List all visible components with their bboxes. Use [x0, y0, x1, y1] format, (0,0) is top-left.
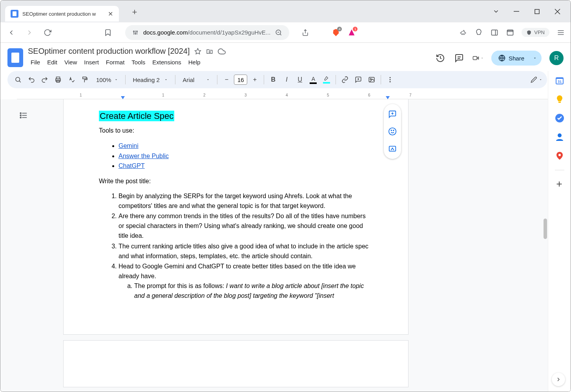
- vpn-button[interactable]: VPN: [522, 28, 549, 37]
- share-dropdown-button[interactable]: [531, 52, 542, 64]
- text-color-button[interactable]: A: [307, 74, 319, 86]
- steps-list[interactable]: Begin by analyzing the SERPs for the tar…: [119, 191, 373, 301]
- menu-format[interactable]: Format: [103, 57, 128, 67]
- add-emoji-button[interactable]: [386, 125, 399, 138]
- more-options-button[interactable]: [384, 74, 396, 86]
- scrollbar-thumb[interactable]: [544, 219, 547, 239]
- menu-file[interactable]: File: [28, 57, 43, 67]
- font-size-input[interactable]: [234, 75, 247, 85]
- extensions-button[interactable]: [459, 28, 467, 37]
- list-item[interactable]: Are there any common trends in the title…: [119, 211, 373, 241]
- get-addons-button[interactable]: [555, 180, 564, 189]
- list-item[interactable]: Answer the Public: [119, 151, 373, 161]
- url-input[interactable]: docs.google.com/document/d/1yapSx29guHvE…: [125, 25, 289, 40]
- menu-extensions[interactable]: Extensions: [150, 57, 184, 67]
- style-dropdown[interactable]: Heading 2: [129, 77, 172, 83]
- link-answer-the-public[interactable]: Answer the Public: [119, 153, 169, 159]
- forward-button[interactable]: [24, 27, 35, 38]
- browser-tab[interactable]: SEOptimer content production w ✕: [5, 6, 119, 22]
- document-page[interactable]: Create Article Spec Tools to use: Gemini…: [63, 99, 409, 335]
- list-item[interactable]: The current ranking article titles also …: [119, 242, 373, 261]
- site-settings-icon[interactable]: [132, 29, 139, 36]
- meet-button[interactable]: [472, 53, 483, 64]
- paint-format-button[interactable]: [79, 74, 91, 86]
- spellcheck-button[interactable]: [66, 74, 77, 86]
- italic-button[interactable]: I: [281, 74, 292, 86]
- brave-rewards-icon[interactable]: 1: [347, 28, 356, 37]
- comments-button[interactable]: [454, 53, 465, 64]
- move-button[interactable]: [206, 48, 213, 55]
- minimize-button[interactable]: [512, 7, 521, 16]
- bookmark-button[interactable]: [102, 27, 113, 38]
- maps-app-icon[interactable]: [555, 151, 564, 160]
- calendar-app-icon[interactable]: 31: [555, 76, 564, 85]
- sidebar-toggle-button[interactable]: [490, 28, 499, 37]
- link-chatgpt[interactable]: ChatGPT: [119, 162, 145, 169]
- insert-image-button[interactable]: [366, 74, 378, 86]
- show-side-panel-button[interactable]: [552, 373, 565, 386]
- menu-view[interactable]: View: [62, 57, 80, 67]
- brave-shields-icon[interactable]: 4: [332, 28, 340, 37]
- menu-edit[interactable]: Edit: [44, 57, 60, 67]
- svg-marker-44: [207, 79, 209, 80]
- new-tab-button[interactable]: +: [128, 6, 141, 18]
- menu-insert[interactable]: Insert: [81, 57, 102, 67]
- body-text[interactable]: Write the post title:: [99, 177, 373, 186]
- editing-mode-button[interactable]: [531, 74, 542, 86]
- list-item[interactable]: Head to Google Gemini and ChatGPT to cre…: [119, 262, 373, 301]
- bold-button[interactable]: B: [267, 74, 279, 86]
- font-dropdown[interactable]: Arial: [179, 77, 214, 83]
- maximize-button[interactable]: [532, 7, 542, 16]
- account-avatar[interactable]: R: [549, 51, 564, 65]
- menu-button[interactable]: [556, 28, 565, 37]
- docs-logo-icon[interactable]: [7, 48, 23, 67]
- highlight-button[interactable]: [321, 74, 332, 86]
- list-item[interactable]: ChatGPT: [119, 161, 373, 171]
- document-scroll[interactable]: Create Article Spec Tools to use: Gemini…: [0, 99, 571, 392]
- right-indent-marker-icon[interactable]: [386, 96, 390, 99]
- document-title[interactable]: SEOptimer content production workflow [2…: [28, 47, 190, 56]
- keep-app-icon[interactable]: [555, 95, 564, 104]
- contacts-app-icon[interactable]: [555, 132, 564, 142]
- font-decrease-button[interactable]: −: [221, 74, 232, 86]
- zoom-dropdown[interactable]: 100%: [92, 77, 122, 83]
- list-item[interactable]: The prompt for this is as follows: I wan…: [134, 281, 373, 301]
- horizontal-ruler[interactable]: 1 1 2 3 4 5 6 7: [17, 92, 571, 99]
- redo-button[interactable]: [39, 74, 51, 86]
- tasks-app-icon[interactable]: [555, 113, 564, 123]
- star-button[interactable]: [194, 48, 201, 55]
- list-item[interactable]: Begin by analyzing the SERPs for the tar…: [119, 191, 373, 211]
- suggest-edits-button[interactable]: [386, 142, 399, 155]
- print-button[interactable]: [52, 74, 64, 86]
- font-increase-button[interactable]: +: [249, 74, 261, 86]
- outline-toggle-button[interactable]: [19, 111, 29, 120]
- wallet-button[interactable]: [506, 28, 514, 37]
- heading-text[interactable]: Create Article Spec: [99, 111, 174, 121]
- menu-tools[interactable]: Tools: [129, 57, 148, 67]
- tab-close-button[interactable]: ✕: [107, 11, 113, 17]
- close-window-button[interactable]: [553, 7, 562, 16]
- link-gemini[interactable]: Gemini: [119, 142, 139, 149]
- share-url-button[interactable]: [301, 28, 310, 37]
- insert-comment-button[interactable]: [352, 74, 364, 86]
- add-comment-button[interactable]: [386, 108, 399, 120]
- tools-list[interactable]: Gemini Answer the Public ChatGPT: [119, 141, 373, 171]
- back-button[interactable]: [6, 27, 17, 38]
- reload-button[interactable]: [42, 27, 53, 38]
- indent-marker-icon[interactable]: [121, 96, 125, 99]
- leo-ai-button[interactable]: [474, 28, 483, 37]
- history-button[interactable]: [435, 53, 446, 64]
- tab-search-button[interactable]: [491, 7, 501, 16]
- zoom-out-icon[interactable]: [275, 29, 282, 36]
- cloud-status-icon[interactable]: [218, 47, 226, 55]
- share-button[interactable]: Share: [491, 51, 531, 66]
- search-menus-button[interactable]: [12, 74, 24, 86]
- sub-list[interactable]: The prompt for this is as follows: I wan…: [134, 281, 373, 301]
- list-item[interactable]: Gemini: [119, 141, 373, 151]
- undo-button[interactable]: [26, 74, 37, 86]
- underline-button[interactable]: U: [294, 74, 306, 86]
- menu-help[interactable]: Help: [186, 57, 203, 67]
- link-button[interactable]: [339, 74, 351, 86]
- body-text[interactable]: Tools to use:: [99, 126, 373, 135]
- document-page-next[interactable]: [63, 340, 409, 387]
